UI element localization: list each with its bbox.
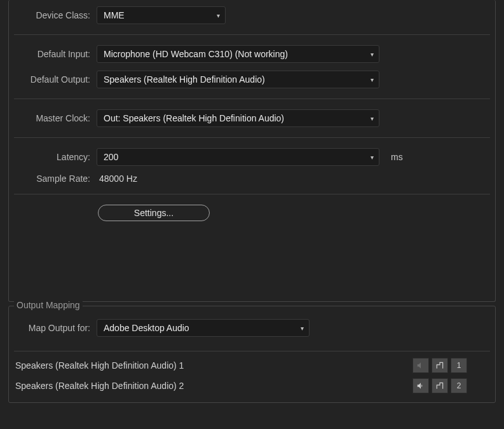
- audio-device-group: Device Class: MME ▾ Default Input: Micro…: [8, 0, 496, 302]
- chevron-down-icon: ▾: [371, 51, 374, 58]
- master-clock-dropdown[interactable]: Out: Speakers (Realtek High Definition A…: [97, 109, 379, 127]
- output-mapping-list: Speakers (Realtek High Definition Audio)…: [14, 351, 490, 396]
- route-icon: [435, 381, 444, 390]
- output-mapping-row: Speakers (Realtek High Definition Audio)…: [14, 376, 490, 396]
- latency-unit: ms: [391, 152, 403, 162]
- device-class-label: Device Class:: [14, 10, 90, 20]
- latency-label: Latency:: [14, 152, 90, 162]
- latency-dropdown[interactable]: 200 ▾: [97, 148, 379, 166]
- divider: [14, 99, 490, 99]
- chevron-down-icon: ▾: [217, 12, 220, 19]
- chevron-down-icon: ▾: [371, 76, 374, 83]
- default-output-label: Default Output:: [14, 74, 90, 85]
- chevron-down-icon: ▾: [301, 325, 304, 332]
- default-output-value: Speakers (Realtek High Definition Audio): [104, 74, 265, 85]
- output-mapping-row: Speakers (Realtek High Definition Audio)…: [14, 355, 490, 376]
- chevron-down-icon: ▾: [371, 115, 374, 122]
- map-output-for-value: Adobe Desktop Audio: [104, 323, 189, 333]
- channel-number-button[interactable]: 2: [451, 378, 467, 393]
- map-output-for-label: Map Output for:: [14, 323, 90, 333]
- speaker-icon-button[interactable]: [412, 358, 429, 373]
- master-clock-value: Out: Speakers (Realtek High Definition A…: [104, 113, 284, 123]
- route-icon-button[interactable]: [432, 378, 448, 393]
- divider: [14, 137, 490, 138]
- output-channel-label: Speakers (Realtek High Definition Audio)…: [15, 381, 184, 391]
- speaker-muted-icon: [416, 361, 425, 370]
- map-output-for-dropdown[interactable]: Adobe Desktop Audio ▾: [97, 319, 310, 337]
- speaker-icon-button[interactable]: [412, 378, 429, 393]
- settings-button[interactable]: Settings...: [98, 205, 210, 221]
- default-input-dropdown[interactable]: Microphone (HD Webcam C310) (Not working…: [97, 45, 379, 63]
- channel-number-button[interactable]: 1: [451, 358, 467, 373]
- master-clock-label: Master Clock:: [14, 113, 90, 123]
- divider: [14, 194, 490, 194]
- channel-number: 2: [457, 381, 461, 390]
- device-class-dropdown[interactable]: MME ▾: [97, 6, 226, 24]
- default-input-label: Default Input:: [14, 49, 90, 59]
- sample-rate-value: 48000 Hz: [97, 174, 137, 184]
- output-mapping-group: Output Mapping Map Output for: Adobe Des…: [8, 306, 496, 403]
- output-channel-label: Speakers (Realtek High Definition Audio)…: [15, 360, 184, 371]
- channel-number: 1: [457, 361, 461, 370]
- default-output-dropdown[interactable]: Speakers (Realtek High Definition Audio)…: [97, 71, 379, 88]
- device-class-value: MME: [104, 10, 125, 20]
- speaker-icon: [416, 381, 425, 390]
- chevron-down-icon: ▾: [371, 154, 374, 161]
- default-input-value: Microphone (HD Webcam C310) (Not working…: [104, 49, 288, 59]
- latency-value: 200: [104, 152, 118, 162]
- output-mapping-legend: Output Mapping: [14, 300, 83, 310]
- sample-rate-label: Sample Rate:: [14, 174, 90, 184]
- divider: [14, 34, 490, 35]
- route-icon-button[interactable]: [432, 358, 448, 373]
- route-icon: [435, 361, 444, 370]
